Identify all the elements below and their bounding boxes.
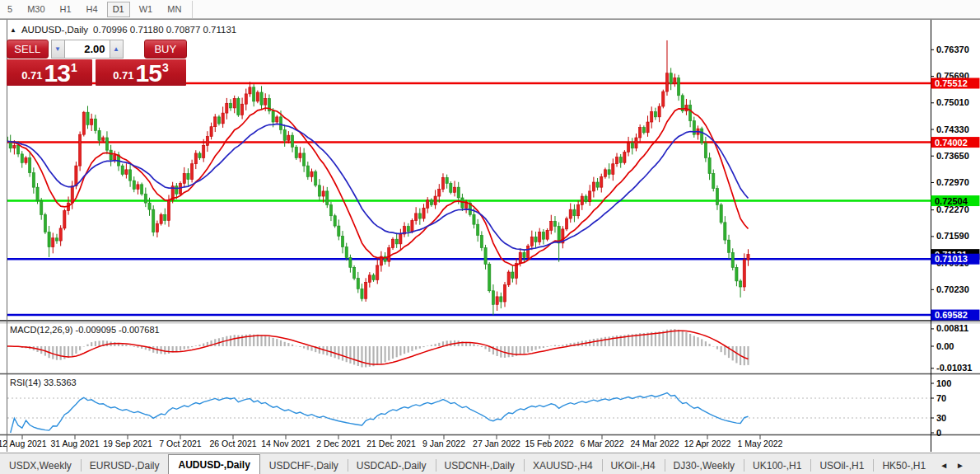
macd-tick-label: -0.01031 <box>936 363 972 373</box>
timeframe-button-d1[interactable]: D1 <box>107 2 130 17</box>
chart-tab-usdcad-daily[interactable]: USDCAD-,Daily <box>348 457 436 474</box>
timeframe-button-mn[interactable]: MN <box>161 2 187 17</box>
buy-button[interactable]: BUY <box>144 40 187 59</box>
chart-tab-xauusd-h4[interactable]: XAUUSD-,H4 <box>524 457 602 474</box>
price-tick-label: 0.71590 <box>936 231 969 241</box>
price-tick-label: 0.74330 <box>936 124 969 134</box>
date-label: 12 Apr 2022 <box>684 439 731 448</box>
date-label: 26 Oct 2021 <box>209 439 256 448</box>
date-label: 24 Mar 2022 <box>631 439 679 448</box>
date-label: 31 Aug 2021 <box>51 439 100 448</box>
chevron-up-icon: ▲ <box>113 45 119 53</box>
one-click-trading-panel: SELL ▼ ▲ BUY 0.71 13 1 <box>7 39 187 86</box>
timeframe-button-w1[interactable]: W1 <box>133 2 159 17</box>
timeframe-button-h1[interactable]: H1 <box>54 2 77 17</box>
timeframe-button-m30[interactable]: M30 <box>21 2 50 17</box>
svg-text:0.74002: 0.74002 <box>935 138 968 148</box>
svg-text:0.72504: 0.72504 <box>935 196 968 206</box>
sell-price-panel[interactable]: 0.71 13 1 <box>7 59 92 86</box>
price-tick-label: 0.75010 <box>936 97 969 107</box>
chart-tab-usdchf-daily[interactable]: USDCHF-,Daily <box>260 457 348 474</box>
rsi-tick-label: 70 <box>936 393 946 403</box>
sell-price-prefix: 0.71 <box>21 69 42 82</box>
chart-tab-usdcnh-daily[interactable]: USDCNH-,Daily <box>436 457 524 474</box>
chart-tab-uk100-h1[interactable]: UK100-,H1 <box>744 457 810 474</box>
volume-decrease-button[interactable]: ▼ <box>51 40 65 59</box>
chart-window: 0.763700.756900.750100.743300.736500.729… <box>0 19 980 453</box>
chevron-down-icon: ▼ <box>54 45 61 53</box>
chart-ohlc-values: 0.70996 0.71180 0.70877 0.71131 <box>93 25 236 35</box>
volume-increase-button[interactable]: ▲ <box>110 40 124 59</box>
chart-tab-bar: USDX,WeeklyEURUSD-,DailyAUDUSD-,DailyUSD… <box>0 453 980 474</box>
price-tick-label: 0.70230 <box>936 284 969 294</box>
buy-price-big: 15 <box>136 62 161 85</box>
volume-input[interactable] <box>65 40 110 59</box>
volume-stepper: ▼ ▲ <box>51 40 124 59</box>
date-label: 21 Dec 2021 <box>366 439 416 448</box>
date-label: 9 Jan 2022 <box>422 439 465 448</box>
macd-tick-label: 0.00811 <box>936 323 968 333</box>
timeframe-button-5[interactable]: 5 <box>2 2 18 17</box>
svg-text:0.75512: 0.75512 <box>935 78 968 88</box>
chart-title: ▲ AUDUSD-,Daily 0.70996 0.71180 0.70877 … <box>10 25 236 35</box>
price-tick-label: 0.76370 <box>936 45 969 54</box>
chart-tab-usoil-h1[interactable]: USOil-,H1 <box>810 457 873 474</box>
date-label: 1 May 2022 <box>738 439 783 448</box>
buy-price-panel[interactable]: 0.71 15 3 <box>96 59 186 86</box>
toolbar-separator <box>192 1 193 18</box>
price-tick-label: 0.72970 <box>936 177 969 187</box>
chart-tab-usdx-weekly[interactable]: USDX,Weekly <box>0 457 81 474</box>
macd-tick-label: 0.00 <box>936 341 954 351</box>
buy-price-prefix: 0.71 <box>113 69 133 82</box>
svg-text:0.71013: 0.71013 <box>935 254 968 264</box>
sell-price-big: 13 <box>44 62 70 85</box>
date-label: 14 Nov 2021 <box>261 439 310 448</box>
chart-symbol-label: AUDUSD-,Daily <box>21 25 88 35</box>
chart-tab-audusd-daily[interactable]: AUDUSD-,Daily <box>168 454 259 474</box>
date-label: 27 Jan 2022 <box>473 439 520 448</box>
rsi-tick-label: 30 <box>936 413 946 423</box>
rsi-tick-label: 100 <box>936 378 951 388</box>
macd-indicator-label: MACD(12,26,9) -0.009095 -0.007681 <box>10 325 160 335</box>
date-label: 7 Oct 2021 <box>159 439 202 448</box>
date-label: 6 Mar 2022 <box>580 439 623 448</box>
timeframe-button-h4[interactable]: H4 <box>81 2 104 17</box>
rsi-indicator-label: RSI(14) 33.5363 <box>10 378 77 387</box>
sell-button[interactable]: SELL <box>7 40 49 59</box>
tab-scroll-right-icon[interactable]: ► <box>956 461 964 470</box>
chart-tab-dj30-weekly[interactable]: DJ30-,Weekly <box>665 457 744 474</box>
sell-price-pip: 1 <box>71 61 77 74</box>
price-tick-label: 0.73650 <box>936 151 969 161</box>
tab-scroll-left-icon[interactable]: ◄ <box>940 461 948 470</box>
collapse-chart-icon[interactable]: ▲ <box>10 26 16 34</box>
chart-tab-hk50-h1[interactable]: HK50-,H1 <box>873 457 935 474</box>
svg-text:0.69582: 0.69582 <box>935 310 968 320</box>
date-label: 12 Aug 2021 <box>0 439 47 448</box>
buy-price-pip: 3 <box>162 61 169 74</box>
date-label: 15 Feb 2022 <box>525 439 574 448</box>
chart-tab-eurusd-daily[interactable]: EURUSD-,Daily <box>81 457 169 474</box>
date-label: 19 Sep 2021 <box>103 439 152 448</box>
rsi-tick-label: 0 <box>936 428 941 438</box>
timeframe-toolbar: 5M30H1H4D1W1MN <box>0 0 980 19</box>
chart-tab-ukoil-h4[interactable]: UKOil-,H4 <box>602 457 665 474</box>
mt4-terminal: 5M30H1H4D1W1MN 0.763700.756900.750100.74… <box>0 0 980 474</box>
date-label: 2 Dec 2021 <box>316 439 361 448</box>
